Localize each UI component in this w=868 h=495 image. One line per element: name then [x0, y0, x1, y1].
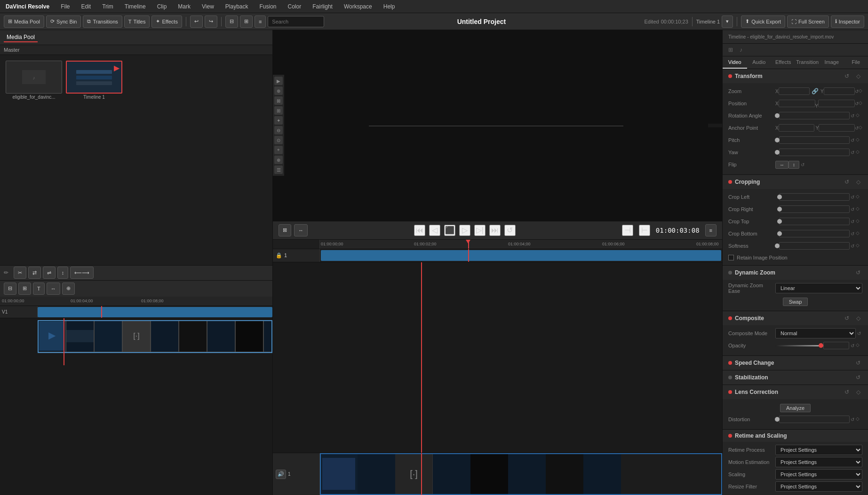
inspector-grid-icon[interactable]: ⊞: [726, 46, 735, 54]
crop-right-input[interactable]: 0.000: [779, 205, 850, 213]
quick-export-button[interactable]: ⬆ Quick Export: [741, 16, 785, 28]
menu-clip[interactable]: Clip: [155, 2, 169, 11]
speed-change-header[interactable]: Speed Change ↺: [723, 356, 868, 370]
menu-playback[interactable]: Playback: [223, 2, 250, 11]
sidebar-icon-2[interactable]: ⊕: [274, 86, 283, 95]
next-frame-button[interactable]: ▷|: [474, 225, 486, 236]
cropping-header[interactable]: Cropping ↺ ◇: [723, 175, 868, 189]
rewind-button[interactable]: ⏮: [414, 225, 425, 236]
rotation-reset-btn[interactable]: ↺: [850, 112, 856, 119]
crop-left-reset[interactable]: ↺: [850, 194, 856, 200]
sidebar-icon-6[interactable]: ⊖: [274, 126, 283, 134]
video-track-content[interactable]: [38, 306, 272, 318]
next-marker-button[interactable]: ⊢: [639, 225, 650, 236]
menu-fairlight[interactable]: Fairlight: [311, 2, 334, 11]
opacity-slider-container[interactable]: [775, 342, 823, 349]
rotation-keyframe-btn[interactable]: ◇: [856, 112, 862, 119]
zoom-x-input[interactable]: 1.000: [779, 87, 810, 95]
media-pool-button[interactable]: ⊞ Media Pool: [4, 16, 44, 28]
effects-button[interactable]: ✦ Effects: [151, 16, 182, 28]
search-input[interactable]: [268, 16, 324, 27]
yaw-input[interactable]: 0.000: [779, 149, 850, 156]
tab-image[interactable]: Image: [820, 56, 844, 69]
sync-bin-button[interactable]: ⟳ Sync Bin: [46, 16, 81, 28]
sidebar-icon-7[interactable]: ⊙: [274, 136, 283, 144]
transitions-button[interactable]: ⧉ Transitions: [83, 16, 122, 28]
sidebar-icon-4[interactable]: ⊞: [274, 106, 283, 115]
view-toggle-3[interactable]: ≡: [255, 16, 266, 28]
speed-change-reset-icon[interactable]: ↺: [854, 359, 862, 367]
redo-button[interactable]: ↪: [205, 16, 217, 28]
dynamic-zoom-reset-icon[interactable]: ↺: [854, 268, 862, 277]
audio-mute-button[interactable]: 🔊: [276, 470, 286, 479]
transform-keyframe-icon[interactable]: ◇: [854, 72, 862, 80]
crop-top-kf[interactable]: ◇: [856, 218, 862, 225]
slide-tool[interactable]: ⇌: [43, 267, 56, 279]
slip-tool[interactable]: ⇄: [28, 267, 41, 279]
menu-workspace[interactable]: Workspace: [342, 2, 374, 11]
distortion-input[interactable]: 0.000: [779, 416, 850, 423]
zoom-link-icon[interactable]: 🔗: [812, 88, 819, 94]
pos-x-input[interactable]: 0.000: [779, 100, 815, 107]
filmstrip-content[interactable]: [·]: [320, 453, 722, 495]
stabilization-header[interactable]: Stabilization ↺: [723, 370, 868, 385]
yaw-keyframe-btn[interactable]: ◇: [856, 149, 862, 156]
crop-top-input[interactable]: 0.000: [779, 218, 850, 225]
v1-video-clip[interactable]: [321, 250, 721, 261]
swap-button[interactable]: Swap: [783, 298, 808, 306]
app-name[interactable]: DaVinci Resolve: [4, 2, 51, 11]
distortion-reset[interactable]: ↺: [850, 416, 856, 423]
sidebar-icon-5[interactable]: ✦: [274, 116, 283, 125]
anchor-reset-btn[interactable]: ↺: [855, 125, 859, 131]
timeline-options-button[interactable]: ≡: [705, 224, 717, 236]
sidebar-icon-9[interactable]: ⊕: [274, 156, 283, 164]
softness-input[interactable]: 0.000: [779, 242, 850, 250]
crop-left-kf[interactable]: ◇: [856, 194, 862, 200]
composite-header[interactable]: Composite ↺ ◇: [723, 311, 868, 325]
lens-correction-kf-icon[interactable]: ◇: [854, 388, 862, 396]
inspector-button[interactable]: ℹ Inspector: [831, 16, 864, 28]
motion-estimation-select[interactable]: Project Settings: [775, 457, 862, 467]
tab-video[interactable]: Video: [723, 56, 747, 69]
timeline-settings-button[interactable]: ▾: [722, 16, 733, 28]
inspector-music-icon[interactable]: ♪: [737, 46, 745, 54]
pos-keyframe-btn[interactable]: ◇: [859, 100, 862, 107]
lens-correction-reset-icon[interactable]: ↺: [843, 388, 851, 396]
flip-reset-btn[interactable]: ↺: [799, 161, 806, 168]
sidebar-icon-1[interactable]: ▶: [274, 77, 283, 85]
menu-edit[interactable]: Edit: [80, 2, 93, 11]
timeline-tool-4[interactable]: ↔: [47, 283, 60, 295]
timeline-tool-2[interactable]: ⊞: [18, 283, 31, 295]
retime-scaling-header[interactable]: Retime and Scaling: [723, 430, 868, 442]
menu-timeline[interactable]: Timeline: [123, 2, 148, 11]
timeline-tool-1[interactable]: ⊟: [4, 283, 16, 295]
anchor-x-input[interactable]: 0.000: [779, 124, 815, 132]
opacity-input[interactable]: 100.00: [823, 342, 849, 349]
opacity-reset[interactable]: ↺: [849, 342, 856, 349]
flip-h-button[interactable]: ↔: [775, 161, 788, 169]
softness-reset[interactable]: ↺: [850, 243, 856, 249]
sidebar-icon-10[interactable]: ☰: [274, 165, 283, 174]
pitch-keyframe-btn[interactable]: ◇: [856, 137, 862, 143]
roll-tool[interactable]: ⟵⟶: [70, 267, 94, 279]
softness-kf[interactable]: ◇: [856, 243, 862, 249]
tab-effects[interactable]: Effects: [771, 56, 796, 69]
crop-bottom-reset[interactable]: ↺: [850, 230, 856, 237]
ripple-tool[interactable]: ↕: [57, 267, 69, 279]
media-clip-2[interactable]: ▶ Timeline 1: [66, 61, 122, 101]
transform-header[interactable]: Transform ↺ ◇: [723, 69, 868, 83]
full-screen-button[interactable]: ⛶ Full Screen: [787, 16, 829, 28]
tab-file[interactable]: File: [844, 56, 868, 69]
crop-top-reset[interactable]: ↺: [850, 218, 856, 225]
zoom-keyframe-btn[interactable]: ◇: [859, 88, 862, 94]
opacity-kf[interactable]: ◇: [856, 342, 862, 349]
zoom-tool-button[interactable]: ⊠: [279, 224, 291, 236]
video-clip-bar[interactable]: [38, 307, 272, 317]
anchor-keyframe-btn[interactable]: ◇: [859, 125, 862, 131]
loop-button[interactable]: ↺: [504, 225, 516, 236]
retime-process-select[interactable]: Project Settings: [775, 445, 862, 455]
distortion-kf[interactable]: ◇: [856, 416, 862, 423]
pos-y-input[interactable]: 0.000: [818, 100, 855, 107]
pitch-reset-btn[interactable]: ↺: [850, 137, 856, 143]
menu-fusion[interactable]: Fusion: [258, 2, 279, 11]
